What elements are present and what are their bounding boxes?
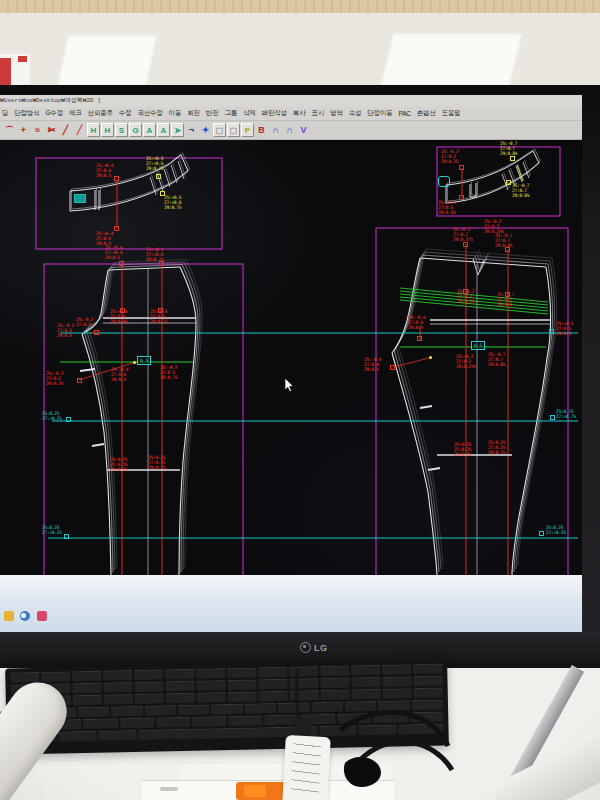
grading-point-handle[interactable] xyxy=(160,191,165,196)
menu-item-2[interactable]: G수정 xyxy=(46,109,63,118)
grading-label: 25:0.2527:+0.25 xyxy=(42,526,62,536)
grading-point-handle[interactable] xyxy=(390,365,395,370)
grading-point-handle[interactable] xyxy=(66,417,71,422)
curve-blue-1-icon[interactable]: ∩ xyxy=(269,123,282,137)
grain-marker-teal[interactable] xyxy=(74,194,86,203)
cad-canvas[interactable]: 25:+0.427:0.429:0.525:+0.527:+0.629:0.75… xyxy=(0,140,582,575)
taskbar-icon-red[interactable] xyxy=(37,611,47,621)
freehand-tool-icon[interactable]: ≈ xyxy=(31,123,44,137)
grading-point-handle[interactable] xyxy=(64,534,69,539)
menu-item-9[interactable]: 반전 xyxy=(206,109,219,118)
grading-label: 25:-0.227:0.229:0.25 xyxy=(46,372,63,386)
menu-item-20[interactable]: 도움말 xyxy=(442,109,461,118)
a-block-2-icon[interactable]: A xyxy=(157,123,170,137)
handwritten-label xyxy=(291,743,322,794)
grading-label: 25:+0.427:0.429:0.5 xyxy=(111,368,128,382)
grain-marker-cyan[interactable] xyxy=(438,176,450,187)
toolbar: ⌒+≈✄╱╱HHSGAA➤¬✦▢▢PB∩∩V xyxy=(0,121,582,140)
grading-point-handle[interactable] xyxy=(549,329,554,334)
grading-point-handle[interactable] xyxy=(119,261,124,266)
grading-point-handle[interactable] xyxy=(505,292,510,297)
menu-item-15[interactable]: 영역 xyxy=(330,109,343,118)
grading-point-handle[interactable] xyxy=(158,308,163,313)
grading-point-handle[interactable] xyxy=(539,531,544,536)
cut-tool-icon[interactable]: ✄ xyxy=(45,123,58,137)
menu-item-5[interactable]: 수정 xyxy=(119,109,132,118)
lg-brand-text: LG xyxy=(314,643,328,653)
grading-point-handle[interactable] xyxy=(114,226,119,231)
menu-item-17[interactable]: 단정이동 xyxy=(367,109,392,118)
menu-item-3[interactable]: 체크 xyxy=(69,109,82,118)
measure-value-box[interactable]: 0.5 xyxy=(137,356,151,365)
menu-item-13[interactable]: 복사 xyxy=(293,109,306,118)
grading-point-handle[interactable] xyxy=(159,261,164,266)
grading-point-handle[interactable] xyxy=(120,308,125,313)
grading-point-handle[interactable] xyxy=(417,336,422,341)
grading-point-handle[interactable] xyxy=(505,247,510,252)
menu-item-7[interactable]: 이동 xyxy=(169,109,182,118)
line-tool-icon[interactable]: ╱ xyxy=(59,123,72,137)
grading-label: 25:0.2527:0.2529:0.25 xyxy=(454,443,471,457)
grading-point-handle[interactable] xyxy=(459,165,464,170)
arrow-block-icon[interactable]: ➤ xyxy=(171,123,184,137)
grading-point-handle[interactable] xyxy=(77,378,82,383)
h-block-1-icon[interactable]: H xyxy=(87,123,100,137)
photo-of-monitor: ₩Users₩us₩Desktop₩여성복₩2D ] 딩단점방식G수정체크선의종… xyxy=(0,0,600,800)
menu-item-19[interactable]: 촌법선 xyxy=(417,109,436,118)
grading-label: 25:+0.427:+0.429:0.5 xyxy=(105,246,122,260)
menu-item-4[interactable]: 선의종류 xyxy=(88,109,113,118)
menu-item-1[interactable]: 단점방식 xyxy=(14,109,39,118)
taskbar-icon-blue[interactable] xyxy=(20,611,30,621)
menu-item-16[interactable]: 속성 xyxy=(349,109,362,118)
pac-tool-icon[interactable]: P xyxy=(241,123,254,137)
grading-point-handle[interactable] xyxy=(94,330,99,335)
measure-value-box[interactable]: 0.5 xyxy=(471,341,485,350)
menu-item-8[interactable]: 회전 xyxy=(187,109,200,118)
grading-label: 25:-0.427:0.429:0.5 xyxy=(408,316,425,330)
curve-tool-icon[interactable]: ⌒ xyxy=(3,123,16,137)
menu-item-0[interactable]: 딩 xyxy=(2,109,8,118)
brush-tool-icon[interactable]: ✦ xyxy=(199,123,212,137)
taskbar-icon-yellow[interactable] xyxy=(4,611,14,621)
grading-point-handle[interactable] xyxy=(463,289,468,294)
taskbar xyxy=(0,597,582,632)
sheet-1-icon[interactable]: ▢ xyxy=(213,123,226,137)
grading-label: 25:-0.727:0.729:0.8% xyxy=(488,353,505,367)
menu-item-11[interactable]: 삭제 xyxy=(243,109,256,118)
menu-item-6[interactable]: 곡선수정 xyxy=(137,109,162,118)
menu-item-18[interactable]: PAC xyxy=(399,110,411,117)
h-block-2-icon[interactable]: H xyxy=(101,123,114,137)
monitor: ₩Users₩us₩Desktop₩여성복₩2D ] 딩단점방식G수정체크선의종… xyxy=(0,85,600,670)
grading-point-handle[interactable] xyxy=(133,361,136,364)
s-block-1-icon[interactable]: S xyxy=(115,123,128,137)
grading-label: 25:-0.727:0.729:0.8% xyxy=(512,184,529,198)
lg-logo-icon xyxy=(300,642,311,653)
a-block-1-icon[interactable]: A xyxy=(143,123,156,137)
grading-point-handle[interactable] xyxy=(506,180,511,185)
grading-point-handle[interactable] xyxy=(114,176,119,181)
line2-tool-icon[interactable]: ╱ xyxy=(73,123,86,137)
curve-blue-2-icon[interactable]: ∩ xyxy=(283,123,296,137)
menu-item-10[interactable]: 그룹 xyxy=(224,109,237,118)
grading-label: 25:-0.227:0.229:0.25% xyxy=(484,220,504,234)
grading-point-handle[interactable] xyxy=(429,356,432,359)
grading-point-handle[interactable] xyxy=(463,242,468,247)
sheet-2-icon[interactable]: ▢ xyxy=(227,123,240,137)
corner-tool-icon[interactable]: ¬ xyxy=(185,123,198,137)
lg-logo: LG xyxy=(300,642,328,653)
v-tool-icon[interactable]: V xyxy=(297,123,310,137)
grading-label: 25:0.2527:+0.25 xyxy=(42,412,62,422)
grading-label: 25:-0.227:0.2 xyxy=(76,318,93,328)
grading-point-handle[interactable] xyxy=(550,415,555,420)
grading-label: 25:+0.527:+0.629:0.75 xyxy=(164,196,181,210)
app-bottom-band xyxy=(0,575,582,597)
b-tool-icon[interactable]: B xyxy=(255,123,268,137)
grading-point-handle[interactable] xyxy=(510,156,515,161)
g-block-icon[interactable]: G xyxy=(129,123,142,137)
cross-tool-icon[interactable]: + xyxy=(17,123,30,137)
grading-point-handle[interactable] xyxy=(459,195,464,200)
menu-item-14[interactable]: 표시 xyxy=(311,109,324,118)
grading-point-handle[interactable] xyxy=(156,174,161,179)
sign-red-chip xyxy=(18,56,27,62)
menu-item-12[interactable]: 패턴작성 xyxy=(262,109,287,118)
